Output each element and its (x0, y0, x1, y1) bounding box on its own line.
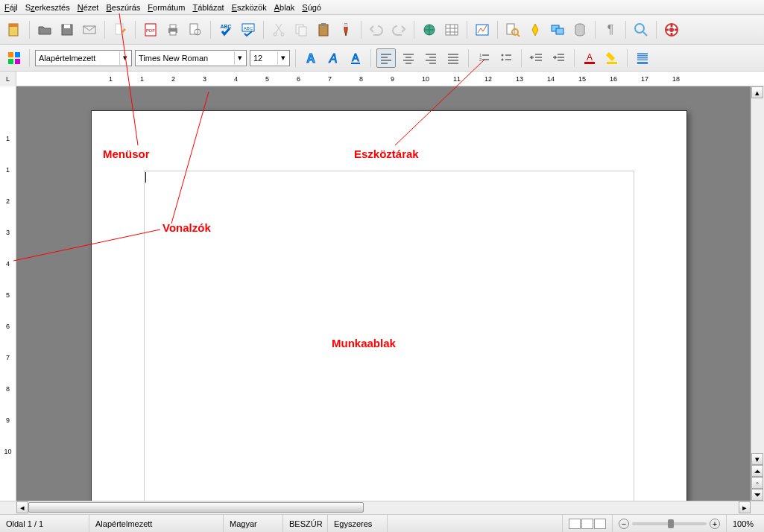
undo-icon[interactable] (367, 20, 386, 39)
find-icon[interactable] (503, 20, 523, 39)
zoom-thumb[interactable] (668, 519, 674, 528)
align-justify-icon[interactable] (443, 48, 463, 68)
print-icon[interactable] (163, 20, 183, 39)
gallery-icon[interactable] (548, 20, 567, 39)
svg-rect-9 (170, 25, 176, 28)
menu-edit[interactable]: Szerkesztés (25, 3, 70, 12)
status-style[interactable]: Alapértelmezett (89, 515, 224, 532)
status-page[interactable]: Oldal 1 / 1 (0, 515, 89, 532)
table-icon[interactable] (442, 20, 461, 39)
zoom-icon[interactable] (631, 20, 651, 39)
status-language[interactable]: Magyar (224, 515, 283, 532)
save-icon[interactable] (57, 20, 77, 39)
zoom-out-icon[interactable]: − (619, 519, 629, 529)
svg-text:A: A (587, 52, 593, 63)
font-name-combo[interactable]: ▾ (135, 50, 247, 66)
horizontal-ruler[interactable]: 1123456789101112131415161718 (16, 72, 764, 86)
decrease-indent-icon[interactable] (527, 48, 546, 68)
svg-rect-38 (8, 59, 13, 64)
align-center-icon[interactable] (399, 48, 418, 68)
align-right-icon[interactable] (421, 48, 441, 68)
horizontal-scrollbar[interactable]: ◂ ▸ (0, 501, 764, 514)
mail-icon[interactable] (80, 20, 99, 39)
copy-icon[interactable] (291, 20, 311, 39)
scroll-right-icon[interactable]: ▸ (739, 501, 751, 513)
scroll-thumb[interactable] (28, 502, 364, 513)
ruler-corner: L (0, 72, 16, 86)
zoom-slider[interactable]: − + (613, 515, 727, 532)
scroll-down-icon[interactable]: ▾ (751, 453, 763, 465)
svg-rect-39 (15, 59, 20, 64)
italic-icon[interactable]: A (323, 48, 343, 68)
status-zoom[interactable]: 100% (727, 515, 764, 532)
chevron-down-icon[interactable]: ▾ (277, 51, 288, 65)
menu-window[interactable]: Ablak (274, 3, 295, 12)
help-icon[interactable] (662, 20, 681, 39)
increase-indent-icon[interactable] (549, 48, 569, 68)
vertical-scrollbar[interactable]: ▴ ▾ ⏶ ◦ ⏷ (751, 86, 764, 501)
vertical-ruler[interactable]: 112345678910 (0, 86, 16, 501)
chevron-down-icon[interactable]: ▾ (234, 51, 244, 65)
zoom-track[interactable] (632, 522, 707, 525)
view-single-icon[interactable] (569, 519, 581, 529)
document-page[interactable] (91, 110, 687, 501)
view-multi-icon[interactable] (581, 519, 593, 529)
navigator-icon[interactable] (525, 20, 545, 39)
menu-tools[interactable]: Eszközök (232, 3, 267, 12)
workspace[interactable] (16, 86, 751, 501)
align-left-icon[interactable] (376, 48, 396, 68)
font-name-input[interactable] (139, 54, 234, 63)
scroll-left-icon[interactable]: ◂ (16, 501, 28, 513)
view-mode-buttons[interactable] (563, 515, 613, 532)
auto-spellcheck-icon[interactable]: ABC (239, 20, 258, 39)
prev-page-icon[interactable]: ⏶ (751, 465, 763, 477)
drawing-icon[interactable] (473, 20, 492, 39)
highlight-icon[interactable] (602, 48, 622, 68)
bold-icon[interactable]: A (301, 48, 321, 68)
scroll-up-icon[interactable]: ▴ (751, 86, 763, 98)
zoom-in-icon[interactable]: + (710, 519, 720, 529)
bullet-list-icon[interactable] (496, 48, 516, 68)
hyperlink-icon[interactable] (420, 20, 439, 39)
redo-icon[interactable] (389, 20, 408, 39)
status-insert-mode[interactable]: BESZÚR (283, 515, 328, 532)
underline-icon[interactable]: A (346, 48, 365, 68)
next-page-icon[interactable]: ⏷ (751, 489, 763, 501)
menu-table[interactable]: Táblázat (192, 3, 224, 12)
menu-file[interactable]: Fájl (4, 3, 18, 12)
numbered-list-icon[interactable]: 12 (474, 48, 493, 68)
nav-target-icon[interactable]: ◦ (751, 477, 763, 489)
standard-toolbar: PDF ABC ABC ¶ (0, 15, 764, 45)
svg-marker-28 (532, 24, 538, 36)
edit-doc-icon[interactable] (110, 20, 130, 39)
status-selection-mode[interactable]: Egyszeres (328, 515, 388, 532)
view-book-icon[interactable] (594, 519, 606, 529)
paste-icon[interactable] (314, 20, 333, 39)
new-doc-icon[interactable] (4, 20, 24, 39)
menubar: Fájl Szerkesztés Nézet Beszúrás Formátum… (0, 0, 764, 15)
data-sources-icon[interactable] (570, 20, 590, 39)
menu-format[interactable]: Formátum (148, 3, 185, 12)
menu-help[interactable]: Súgó (302, 3, 321, 12)
styles-icon[interactable] (4, 48, 24, 68)
svg-text:¶: ¶ (607, 23, 614, 36)
chevron-down-icon[interactable]: ▾ (119, 51, 130, 65)
paragraph-style-input[interactable] (39, 54, 119, 63)
cut-icon[interactable] (269, 20, 288, 39)
pdf-icon[interactable]: PDF (141, 20, 160, 39)
font-size-input[interactable] (253, 54, 277, 63)
background-color-icon[interactable] (633, 48, 652, 68)
font-color-icon[interactable]: A (580, 48, 599, 68)
svg-point-35 (669, 28, 674, 32)
font-size-combo[interactable]: ▾ (250, 50, 290, 66)
print-preview-icon[interactable] (186, 20, 205, 39)
nonprinting-chars-icon[interactable]: ¶ (601, 20, 620, 39)
menu-view[interactable]: Nézet (78, 3, 99, 12)
svg-rect-49 (584, 62, 595, 64)
paragraph-style-combo[interactable]: ▾ (35, 50, 132, 66)
open-icon[interactable] (35, 20, 54, 39)
menu-insert[interactable]: Beszúrás (106, 3, 140, 12)
spellcheck-icon[interactable]: ABC (216, 20, 236, 39)
format-paintbrush-icon[interactable] (336, 20, 356, 39)
formatting-toolbar: ▾ ▾ ▾ A A A 12 A (0, 45, 764, 72)
